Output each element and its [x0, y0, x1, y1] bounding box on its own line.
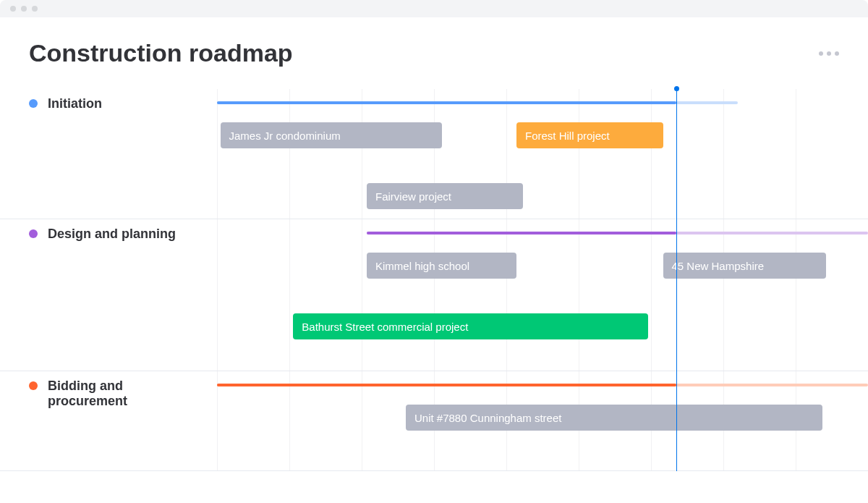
task-bar[interactable]: Kimmel high school	[367, 253, 516, 279]
group-timeline: James Jr condominiumForest Hill projectF…	[217, 89, 868, 219]
more-options-button[interactable]	[819, 51, 839, 56]
task-bar[interactable]: Unit #7880 Cunningham street	[406, 405, 822, 431]
groups-container: InitiationJames Jr condominiumForest Hil…	[0, 89, 868, 471]
group-title: Design and planning	[48, 227, 176, 242]
task-bar[interactable]: Bathurst Street commercial project	[293, 313, 648, 339]
task-bar[interactable]: Fairview project	[367, 183, 523, 209]
group-progress-bar[interactable]	[217, 101, 676, 104]
group-color-dot	[29, 229, 38, 238]
group-color-dot	[29, 99, 38, 108]
group-color-dot	[29, 381, 38, 390]
group-progress-bar[interactable]	[367, 232, 676, 234]
roadmap-group: Bidding and procurementUnit #7880 Cunnin…	[0, 371, 868, 471]
task-bar[interactable]: James Jr condominium	[221, 122, 442, 148]
group-progress-bar[interactable]	[217, 384, 676, 386]
page-title: Construction roadmap	[29, 39, 293, 67]
roadmap-group: Design and planningKimmel high school45 …	[0, 219, 868, 371]
window-dot-close[interactable]	[10, 6, 16, 12]
content-area: Construction roadmap InitiationJames Jr …	[0, 17, 868, 471]
group-title: Bidding and procurement	[48, 379, 192, 409]
group-title: Initiation	[48, 96, 102, 111]
timeline-area: InitiationJames Jr condominiumForest Hil…	[0, 89, 868, 471]
window-dot-maximize[interactable]	[32, 6, 38, 12]
window-dot-minimize[interactable]	[21, 6, 27, 12]
group-timeline: Kimmel high school45 New HampshireBathur…	[217, 219, 868, 371]
window-chrome	[0, 0, 868, 17]
task-bar[interactable]: Forest Hill project	[516, 122, 663, 148]
roadmap-group: InitiationJames Jr condominiumForest Hil…	[0, 89, 868, 219]
header: Construction roadmap	[0, 39, 868, 89]
task-bar[interactable]: 45 New Hampshire	[663, 253, 826, 279]
group-timeline: Unit #7880 Cunningham street	[217, 371, 868, 470]
